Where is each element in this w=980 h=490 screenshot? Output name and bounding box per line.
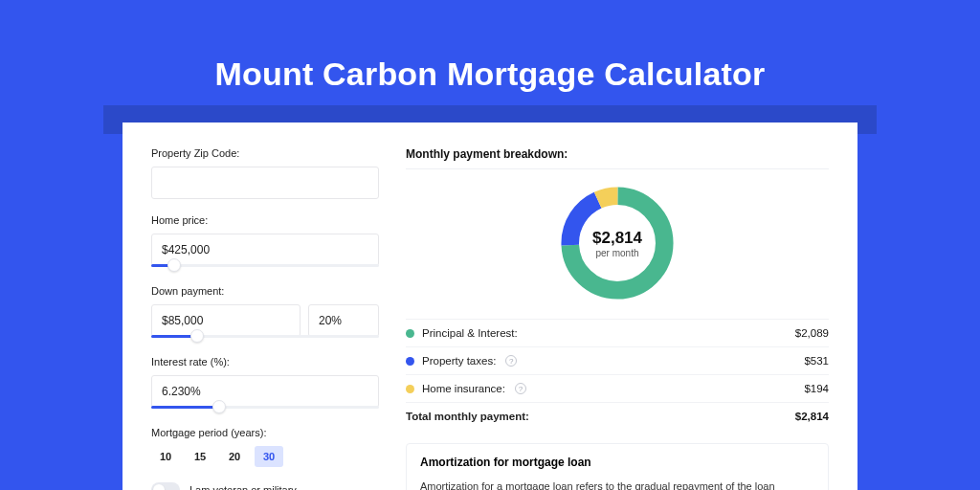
home-price-input[interactable] [151,234,379,266]
zip-field: Property Zip Code: [151,147,379,199]
donut-center: $2,814 per month [555,181,679,305]
donut-chart: $2,814 per month [555,181,679,305]
slider-fill [151,406,219,409]
slider-thumb[interactable] [190,329,204,343]
interest-rate-label: Interest rate (%): [151,356,379,368]
breakdown-value: $531 [804,355,829,367]
slider-thumb[interactable] [167,258,181,272]
legend-dot [406,385,414,393]
amortization-text: Amortization for a mortgage loan refers … [420,479,814,490]
breakdown-value: $194 [804,383,829,394]
total-value: $2,814 [795,411,829,422]
down-payment-field: Down payment: [151,285,379,341]
donut-sub: per month [595,248,638,258]
home-price-field: Home price: [151,214,379,270]
amortization-section: Amortization for mortgage loan Amortizat… [406,443,829,490]
breakdown-rows: Principal & Interest:$2,089Property taxe… [406,319,829,402]
legend-dot [406,329,414,338]
calculator-card: Property Zip Code: Home price: Down paym… [122,122,858,490]
legend-dot [406,357,414,366]
slider-thumb[interactable] [212,400,226,413]
home-price-label: Home price: [151,214,379,226]
inputs-panel: Property Zip Code: Home price: Down paym… [151,147,379,490]
home-price-slider[interactable] [151,262,379,270]
info-icon[interactable]: ? [515,383,526,394]
down-amount-input[interactable] [151,304,301,337]
breakdown-label-text: Principal & Interest: [422,327,518,339]
divider [406,168,829,169]
zip-label: Property Zip Code: [151,147,379,159]
interest-rate-input[interactable] [151,375,379,408]
breakdown-row-label: Property taxes:? [406,355,517,367]
breakdown-title: Monthly payment breakdown: [406,147,829,161]
veteran-toggle[interactable] [151,482,180,490]
down-payment-label: Down payment: [151,285,379,297]
mortgage-period-field: Mortgage period (years): 10152030 [151,427,379,467]
down-pct-input[interactable] [308,304,379,337]
breakdown-label-text: Home insurance: [422,383,505,394]
breakdown-row-label: Home insurance:? [406,383,526,394]
breakdown-label-text: Property taxes: [422,355,496,367]
total-row: Total monthly payment: $2,814 [406,402,829,430]
breakdown-row: Principal & Interest:$2,089 [406,319,829,346]
period-option-30[interactable]: 30 [255,446,283,467]
amortization-title: Amortization for mortgage loan [420,456,814,469]
veteran-row: I am veteran or military [151,482,379,490]
donut-amount: $2,814 [592,229,642,248]
period-option-20[interactable]: 20 [220,446,249,467]
toggle-knob [153,484,165,490]
slider-track [151,264,379,267]
breakdown-value: $2,089 [795,327,829,339]
donut-chart-wrap: $2,814 per month [406,181,829,305]
veteran-label: I am veteran or military [189,484,297,490]
interest-rate-slider[interactable] [151,404,379,412]
down-payment-slider[interactable] [151,333,379,341]
info-icon[interactable]: ? [505,355,517,367]
results-panel: Monthly payment breakdown: $2,814 per mo… [406,147,829,490]
breakdown-row: Home insurance:?$194 [406,374,829,402]
page-title: Mount Carbon Mortgage Calculator [0,0,980,93]
interest-rate-field: Interest rate (%): [151,356,379,412]
total-label: Total monthly payment: [406,411,529,422]
breakdown-row: Property taxes:?$531 [406,346,829,374]
breakdown-row-label: Principal & Interest: [406,327,518,339]
period-segmented: 10152030 [151,446,379,467]
period-option-10[interactable]: 10 [151,446,180,467]
mortgage-period-label: Mortgage period (years): [151,427,379,438]
period-option-15[interactable]: 15 [186,446,214,467]
zip-input[interactable] [151,167,379,199]
